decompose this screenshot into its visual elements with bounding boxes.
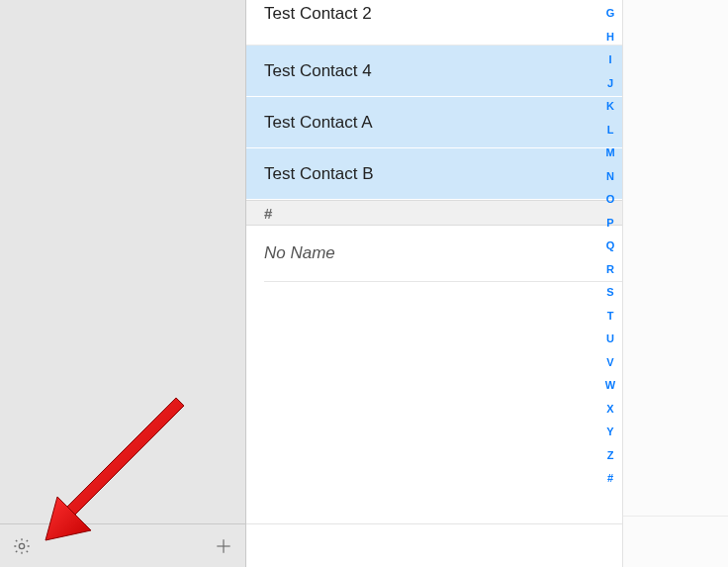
index-letter[interactable]: V (606, 357, 613, 368)
svg-point-0 (19, 543, 24, 548)
index-letter[interactable]: Y (606, 426, 613, 437)
gear-icon[interactable] (12, 536, 32, 556)
contact-name: Test Contact 2 (264, 4, 372, 24)
index-letter[interactable]: X (606, 404, 613, 415)
index-letter[interactable]: R (606, 264, 614, 275)
groups-sidebar (0, 0, 246, 567)
index-letter[interactable]: T (607, 311, 614, 322)
contact-name: No Name (264, 243, 335, 263)
contact-row[interactable]: Test Contact B (246, 148, 622, 200)
detail-pane (623, 0, 728, 567)
index-letter[interactable]: S (606, 287, 613, 298)
index-letter[interactable]: M (605, 147, 614, 158)
index-letter[interactable]: U (606, 333, 614, 344)
index-letter[interactable]: # (607, 473, 613, 484)
contact-name: Test Contact 4 (264, 61, 372, 81)
contacts-footer (246, 523, 622, 567)
contact-row[interactable]: Test Contact 2 (246, 0, 622, 46)
plus-icon[interactable] (214, 536, 233, 556)
sidebar-toolbar (0, 523, 245, 567)
index-letter[interactable]: Q (606, 240, 615, 251)
section-header-hash: # (246, 200, 622, 226)
contact-row[interactable]: Test Contact A (246, 97, 622, 148)
contacts-list[interactable]: Test Contact 2 Test Contact 4 Test Conta… (246, 0, 622, 567)
row-divider (264, 281, 622, 282)
index-letter[interactable]: Z (607, 450, 614, 461)
contacts-column: Test Contact 2 Test Contact 4 Test Conta… (246, 0, 623, 567)
groups-list (0, 0, 245, 523)
index-letter[interactable]: N (606, 171, 614, 182)
index-letter[interactable]: P (606, 218, 613, 229)
index-letter[interactable]: W (605, 380, 615, 391)
contacts-app: Test Contact 2 Test Contact 4 Test Conta… (0, 0, 728, 567)
index-letter[interactable]: L (607, 125, 614, 136)
index-letter[interactable]: O (606, 194, 615, 205)
index-letter[interactable]: H (606, 32, 614, 43)
contact-name: Test Contact A (264, 113, 373, 133)
index-letter[interactable]: I (608, 54, 611, 65)
index-letter[interactable]: K (606, 101, 614, 112)
contact-name: Test Contact B (264, 164, 374, 184)
index-letter[interactable]: G (606, 8, 615, 19)
index-letter[interactable]: J (607, 78, 613, 89)
contact-row[interactable]: No Name (246, 226, 622, 281)
section-header-label: # (264, 205, 272, 222)
contact-row[interactable]: Test Contact 4 (246, 46, 622, 97)
alpha-index-bar[interactable]: G H I J K L M N O P Q R S T U V W X Y Z … (598, 0, 622, 567)
